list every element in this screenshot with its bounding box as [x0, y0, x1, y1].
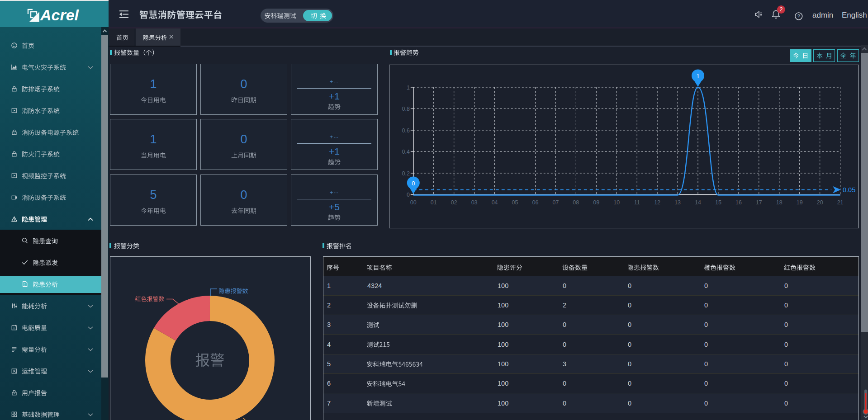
svg-text:02: 02: [451, 199, 457, 206]
svg-text:08: 08: [573, 199, 579, 206]
svg-text:00: 00: [410, 199, 417, 206]
svg-text:19: 19: [797, 199, 803, 206]
svg-text:15: 15: [715, 199, 721, 206]
svg-text:05: 05: [512, 199, 518, 206]
svg-text:1: 1: [407, 85, 410, 91]
svg-text:0.4: 0.4: [402, 149, 410, 155]
svg-text:0.2: 0.2: [402, 170, 410, 177]
svg-text:07: 07: [552, 199, 559, 206]
svg-text:12: 12: [654, 199, 660, 206]
svg-text:16: 16: [735, 199, 742, 206]
svg-text:0.05: 0.05: [843, 186, 855, 193]
svg-text:03: 03: [471, 199, 478, 206]
svg-text:0.8: 0.8: [402, 106, 410, 112]
svg-text:10: 10: [613, 199, 620, 206]
svg-text:0.6: 0.6: [402, 127, 410, 134]
svg-text:Acrel: Acrel: [40, 6, 80, 24]
svg-text:13: 13: [674, 199, 681, 206]
svg-text:01: 01: [431, 199, 437, 206]
svg-text:14: 14: [695, 199, 701, 206]
svg-text:04: 04: [492, 199, 498, 206]
svg-text:17: 17: [756, 199, 762, 206]
svg-text:18: 18: [776, 199, 783, 206]
svg-text:0: 0: [412, 180, 415, 187]
svg-text:21: 21: [837, 199, 844, 206]
svg-text:20: 20: [817, 199, 823, 206]
svg-text:06: 06: [532, 199, 539, 206]
svg-text:?: ?: [797, 14, 800, 19]
svg-text:09: 09: [593, 199, 599, 206]
svg-text:1: 1: [696, 73, 699, 80]
svg-text:11: 11: [634, 199, 640, 206]
svg-text:0: 0: [407, 192, 410, 198]
